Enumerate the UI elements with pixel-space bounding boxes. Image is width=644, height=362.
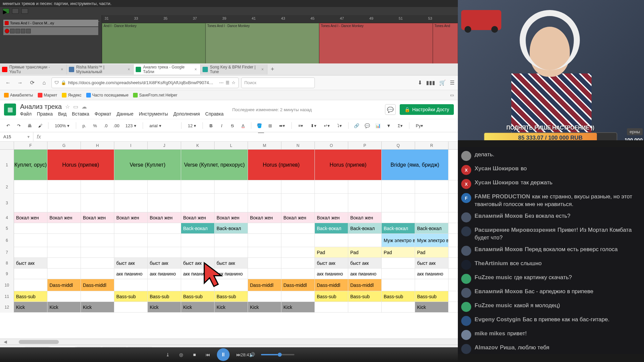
share-button[interactable]: 🔒Настройки Досту — [400, 104, 454, 115]
cell[interactable] — [382, 268, 415, 279]
comments-button[interactable]: 💬 — [385, 104, 396, 115]
row-header[interactable]: 3 — [0, 194, 14, 212]
number-format-select[interactable]: 123▾ — [123, 123, 139, 129]
cell[interactable]: Bass-sub — [114, 291, 148, 302]
redo-button[interactable]: ↷ — [15, 122, 23, 130]
menu-item[interactable]: Дополнения — [173, 111, 200, 117]
dec-decrease-button[interactable]: .0 — [102, 122, 110, 130]
column-header[interactable]: R — [415, 142, 448, 149]
cell[interactable]: Вокал жен — [14, 212, 47, 223]
cell[interactable]: быст акк — [181, 258, 215, 268]
player-btn-2[interactable]: ◎ — [177, 350, 185, 359]
row-header[interactable]: 9 — [0, 268, 14, 279]
cell[interactable]: Verse (Куплет) — [114, 150, 181, 180]
print-button[interactable]: 🖶 — [25, 122, 33, 130]
cell[interactable]: Вокал жен — [315, 212, 348, 223]
reader-icon[interactable]: ☰ — [226, 80, 230, 85]
cell[interactable] — [248, 258, 281, 268]
cell[interactable] — [148, 180, 181, 193]
cell[interactable]: Куплет, орус) — [14, 150, 47, 180]
cell[interactable] — [248, 194, 281, 212]
comment-button[interactable]: 💬 — [363, 122, 371, 130]
cell[interactable] — [14, 268, 47, 279]
merge-button[interactable]: ⬌▾ — [277, 123, 287, 129]
chart-button[interactable]: 📊 — [374, 122, 382, 130]
row-header[interactable]: 12 — [0, 302, 14, 313]
functions-button[interactable]: Σ▾ — [395, 123, 405, 129]
cell[interactable] — [281, 223, 315, 233]
menu-item[interactable]: Правка — [37, 111, 52, 117]
cell[interactable] — [181, 234, 215, 247]
cell[interactable]: Вокал жен — [114, 212, 148, 223]
strike-button[interactable]: S — [228, 122, 236, 130]
cell[interactable] — [248, 247, 281, 257]
cell[interactable] — [81, 194, 114, 212]
horizontal-scrollbar[interactable]: ◄ — [0, 339, 458, 345]
cell[interactable] — [315, 194, 348, 212]
daw-rec-button[interactable] — [21, 8, 28, 14]
cell[interactable] — [181, 194, 215, 212]
menu-item[interactable]: Файл — [20, 111, 31, 117]
bookmark-item[interactable]: SaveFrom.net Helper — [133, 93, 177, 98]
cell[interactable]: быст акк — [315, 258, 348, 268]
cell[interactable] — [47, 234, 81, 247]
cell[interactable] — [248, 180, 281, 193]
font-select[interactable]: arial ▾ — [147, 123, 177, 129]
currency-button[interactable]: р. — [80, 122, 88, 130]
forward-button[interactable]: → — [15, 78, 25, 87]
volume-slider[interactable] — [261, 354, 294, 355]
cell[interactable]: акк пианино — [148, 268, 181, 279]
back-button[interactable]: ← — [3, 78, 13, 87]
cell[interactable]: акк пианино — [215, 268, 248, 279]
track-solo-button[interactable] — [15, 29, 20, 33]
cart-icon[interactable]: 🛒 — [439, 79, 446, 86]
download-icon[interactable]: ⬇ — [418, 79, 422, 86]
cell[interactable] — [382, 302, 415, 312]
cell[interactable]: Kick — [281, 302, 315, 312]
cell[interactable] — [181, 247, 215, 257]
cell[interactable] — [382, 258, 415, 268]
cell[interactable] — [114, 223, 148, 233]
player-btn-1[interactable]: ⤓ — [163, 350, 172, 359]
cell[interactable] — [47, 268, 81, 279]
cell[interactable] — [148, 247, 181, 257]
fill-color-button[interactable]: 🪣 — [255, 122, 263, 130]
cell[interactable] — [114, 180, 148, 193]
player-pause-button[interactable]: ⏸ — [217, 348, 230, 361]
cell[interactable]: Bass-sub — [14, 291, 47, 302]
new-tab-button[interactable]: + — [267, 66, 278, 73]
column-header[interactable]: N — [281, 142, 315, 149]
cell[interactable]: Back-вокал — [348, 223, 382, 233]
cell[interactable] — [348, 234, 382, 247]
close-icon[interactable]: × — [128, 67, 130, 72]
close-icon[interactable]: × — [195, 67, 197, 72]
cell[interactable]: Back-вокал — [181, 223, 215, 233]
cell[interactable]: Back-вокал — [215, 223, 248, 233]
cell[interactable]: Вокал жен — [81, 212, 114, 223]
cell[interactable] — [114, 194, 148, 212]
cell[interactable] — [114, 279, 148, 291]
input-tools-button[interactable]: Ру▾ — [413, 123, 425, 129]
audio-clip[interactable]: And I · Dance Monkey — [102, 23, 206, 67]
cell[interactable]: Bass-sub — [415, 291, 448, 302]
cell[interactable]: быст акк — [14, 258, 47, 268]
row-header[interactable]: 6 — [0, 234, 14, 247]
cell[interactable] — [47, 180, 81, 193]
menu-item[interactable]: Формат — [95, 111, 111, 117]
cell[interactable]: Pad — [415, 247, 448, 257]
cell[interactable]: Bass-sub — [382, 291, 415, 302]
move-icon[interactable]: ▭ — [73, 104, 78, 110]
borders-button[interactable]: ⊞ — [266, 122, 274, 130]
filter-button[interactable]: ▼ — [385, 122, 393, 130]
player-stop-button[interactable]: ■ — [190, 350, 199, 359]
cell[interactable]: акк пианино — [348, 268, 382, 279]
cell[interactable] — [348, 194, 382, 212]
row-header[interactable]: 7 — [0, 247, 14, 258]
audio-clip[interactable]: Tones And I - Dance Monkey — [319, 23, 433, 67]
audio-clip[interactable]: Tones And — [433, 23, 458, 67]
document-title[interactable]: Анализ трека — [20, 103, 62, 111]
row-header[interactable]: 5 — [0, 223, 14, 234]
bold-button[interactable]: B — [207, 122, 215, 130]
cell[interactable] — [114, 247, 148, 257]
cell[interactable] — [81, 268, 114, 279]
